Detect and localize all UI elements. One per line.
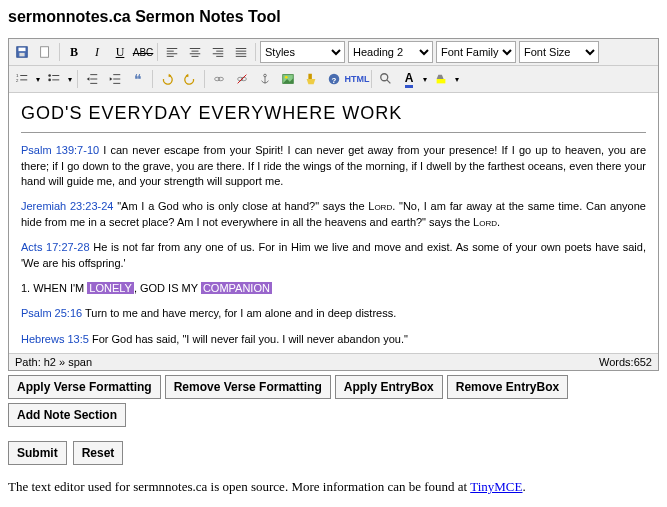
link-icon[interactable] xyxy=(208,68,230,90)
separator xyxy=(371,70,372,88)
chevron-down-icon[interactable]: ▾ xyxy=(34,68,42,90)
anchor-icon[interactable] xyxy=(254,68,276,90)
highlighted-word: LONELY xyxy=(87,282,134,294)
underline-icon[interactable]: U xyxy=(109,41,131,63)
align-center-icon[interactable] xyxy=(184,41,206,63)
fontfamily-select[interactable]: Font Family xyxy=(436,41,516,63)
verse-paragraph: Jeremiah 23:23-24 "Am I a God who is onl… xyxy=(21,199,646,230)
align-left-icon[interactable] xyxy=(161,41,183,63)
svg-rect-2 xyxy=(19,53,24,57)
verse-ref: Psalm 139:7-10 xyxy=(21,144,99,156)
svg-point-46 xyxy=(285,76,288,79)
separator xyxy=(152,70,153,88)
action-buttons: Apply Verse Formatting Remove Verse Form… xyxy=(8,375,659,427)
styles-select[interactable]: Styles xyxy=(260,41,345,63)
indent-icon[interactable] xyxy=(104,68,126,90)
svg-marker-33 xyxy=(110,77,113,81)
verse-paragraph: Hebrews 13:5 For God has said, "I will n… xyxy=(21,332,646,347)
unordered-list-icon[interactable] xyxy=(43,68,65,90)
cleanup-icon[interactable] xyxy=(300,68,322,90)
verse-ref: Acts 17:27-28 xyxy=(21,241,90,253)
svg-line-42 xyxy=(238,75,247,84)
editor: B I U ABC Styles Heading 2 Font Family F… xyxy=(8,38,659,371)
tinymce-link[interactable]: TinyMCE xyxy=(470,479,522,494)
chevron-down-icon[interactable]: ▾ xyxy=(421,68,429,90)
page-title: sermonnotes.ca Sermon Notes Tool xyxy=(8,8,659,26)
verse-paragraph: Psalm 25:16 Turn to me and have mercy, f… xyxy=(21,306,646,321)
svg-text:?: ? xyxy=(332,76,337,85)
form-buttons: Submit Reset xyxy=(8,441,659,465)
reset-button[interactable]: Reset xyxy=(73,441,124,465)
svg-point-39 xyxy=(218,77,223,81)
fill-in-line: 1. WHEN I'M LONELY, GOD IS MY COMPANION xyxy=(21,281,646,296)
add-note-section-button[interactable]: Add Note Section xyxy=(8,403,126,427)
align-justify-icon[interactable] xyxy=(230,41,252,63)
newdoc-icon[interactable] xyxy=(34,41,56,63)
html-icon[interactable]: HTML xyxy=(346,68,368,90)
remove-entrybox-button[interactable]: Remove EntryBox xyxy=(447,375,568,399)
remove-verse-formatting-button[interactable]: Remove Verse Formatting xyxy=(165,375,331,399)
svg-rect-1 xyxy=(19,48,26,52)
chevron-down-icon[interactable]: ▾ xyxy=(66,68,74,90)
highlighted-word: COMPANION xyxy=(201,282,272,294)
apply-verse-formatting-button[interactable]: Apply Verse Formatting xyxy=(8,375,161,399)
apply-entrybox-button[interactable]: Apply EntryBox xyxy=(335,375,443,399)
verse-ref: Hebrews 13:5 xyxy=(21,333,89,345)
separator xyxy=(204,70,205,88)
toolbar-row-1: B I U ABC Styles Heading 2 Font Family F… xyxy=(9,39,658,66)
align-right-icon[interactable] xyxy=(207,41,229,63)
italic-icon[interactable]: I xyxy=(86,41,108,63)
outdent-icon[interactable] xyxy=(81,68,103,90)
save-icon[interactable] xyxy=(11,41,33,63)
element-path[interactable]: Path: h2 » span xyxy=(15,356,92,368)
svg-rect-48 xyxy=(308,74,312,79)
separator xyxy=(255,43,256,61)
strikethrough-icon[interactable]: ABC xyxy=(132,41,154,63)
blockquote-icon[interactable]: ❝ xyxy=(127,68,149,90)
image-icon[interactable] xyxy=(277,68,299,90)
footer-text: The text editor used for sermnnotes.ca i… xyxy=(8,479,659,495)
help-icon[interactable]: ? xyxy=(323,68,345,90)
word-count: Words:652 xyxy=(599,356,652,368)
svg-line-52 xyxy=(387,80,391,84)
statusbar: Path: h2 » span Words:652 xyxy=(9,353,658,370)
submit-button[interactable]: Submit xyxy=(8,441,67,465)
document-heading: GOD'S EVERYDAY EVERYWHERE WORK xyxy=(21,101,646,126)
fontsize-select[interactable]: Font Size xyxy=(519,41,599,63)
svg-point-51 xyxy=(381,74,388,81)
divider xyxy=(21,132,646,133)
find-replace-icon[interactable] xyxy=(375,68,397,90)
verse-paragraph: Acts 17:27-28 He is not far from any one… xyxy=(21,240,646,271)
verse-paragraph: Psalm 139:7-10 I can never escape from y… xyxy=(21,143,646,189)
svg-point-24 xyxy=(48,74,51,77)
svg-rect-3 xyxy=(41,47,49,58)
svg-marker-29 xyxy=(87,77,90,81)
redo-icon[interactable] xyxy=(179,68,201,90)
bold-icon[interactable]: B xyxy=(63,41,85,63)
chevron-down-icon[interactable]: ▾ xyxy=(453,68,461,90)
backcolor-icon[interactable] xyxy=(430,68,452,90)
format-select[interactable]: Heading 2 xyxy=(348,41,433,63)
undo-icon[interactable] xyxy=(156,68,178,90)
toolbar-row-2: 12 ▾ ▾ ❝ ? HTML A ▾ ▾ xyxy=(9,66,658,93)
unlink-icon[interactable] xyxy=(231,68,253,90)
separator xyxy=(77,70,78,88)
separator xyxy=(157,43,158,61)
svg-text:2: 2 xyxy=(16,78,19,83)
verse-ref: Psalm 25:16 xyxy=(21,307,82,319)
svg-point-26 xyxy=(48,79,51,82)
forecolor-icon[interactable]: A xyxy=(398,68,420,90)
ordered-list-icon[interactable]: 12 xyxy=(11,68,33,90)
editor-content[interactable]: GOD'S EVERYDAY EVERYWHERE WORK Psalm 139… xyxy=(9,93,658,353)
verse-ref: Jeremiah 23:23-24 xyxy=(21,200,113,212)
separator xyxy=(59,43,60,61)
svg-rect-53 xyxy=(437,79,446,83)
